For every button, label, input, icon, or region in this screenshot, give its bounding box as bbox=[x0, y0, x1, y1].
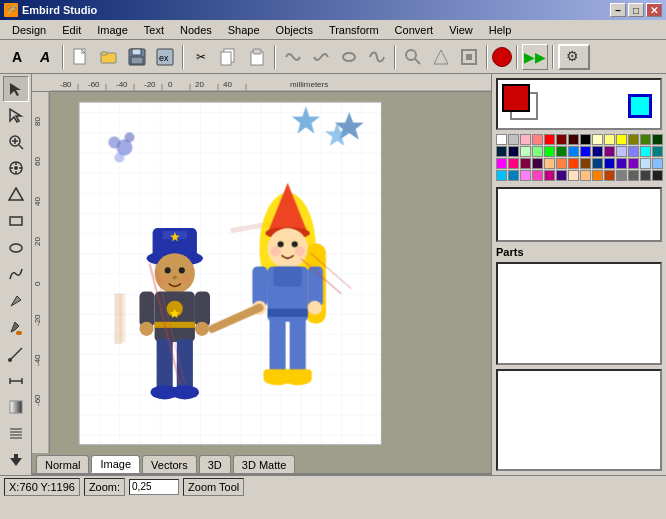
color-swatch[interactable] bbox=[604, 158, 615, 169]
circle-tool[interactable] bbox=[3, 235, 29, 261]
color-swatch[interactable] bbox=[628, 134, 639, 145]
color-swatch[interactable] bbox=[628, 146, 639, 157]
fg-color-swatch[interactable] bbox=[502, 84, 530, 112]
color-swatch[interactable] bbox=[544, 158, 555, 169]
menu-edit[interactable]: Edit bbox=[54, 20, 89, 40]
parts-list[interactable] bbox=[496, 262, 662, 365]
view-tool3[interactable] bbox=[456, 44, 482, 70]
menu-image[interactable]: Image bbox=[89, 20, 136, 40]
color-swatch[interactable] bbox=[568, 134, 579, 145]
color-swatch[interactable] bbox=[556, 158, 567, 169]
minimize-button[interactable]: – bbox=[610, 3, 626, 17]
current-color-box[interactable] bbox=[628, 94, 652, 118]
color-swatch[interactable] bbox=[592, 170, 603, 181]
color-swatch[interactable] bbox=[616, 158, 627, 169]
view-tool1[interactable] bbox=[400, 44, 426, 70]
color-swatch[interactable] bbox=[568, 170, 579, 181]
color-swatch[interactable] bbox=[568, 146, 579, 157]
color-swatch[interactable] bbox=[532, 158, 543, 169]
copy-btn[interactable] bbox=[216, 44, 242, 70]
color-swatch[interactable] bbox=[640, 170, 651, 181]
new-btn[interactable] bbox=[68, 44, 94, 70]
color-swatch[interactable] bbox=[520, 146, 531, 157]
color-swatch[interactable] bbox=[496, 134, 507, 145]
select-tool[interactable] bbox=[3, 76, 29, 102]
gradient-tool[interactable] bbox=[3, 394, 29, 420]
color-swatch[interactable] bbox=[580, 170, 591, 181]
color-swatch[interactable] bbox=[604, 170, 615, 181]
color-swatch[interactable] bbox=[580, 146, 591, 157]
color-swatch[interactable] bbox=[652, 146, 663, 157]
scroll-tool[interactable] bbox=[3, 156, 29, 182]
color-swatch[interactable] bbox=[496, 170, 507, 181]
color-swatch[interactable] bbox=[532, 146, 543, 157]
color-swatch[interactable] bbox=[496, 158, 507, 169]
color-swatch[interactable] bbox=[592, 146, 603, 157]
rect-tool[interactable] bbox=[3, 209, 29, 235]
action-btn[interactable]: ⚙ bbox=[558, 44, 590, 70]
color-swatch[interactable] bbox=[628, 158, 639, 169]
color-swatch[interactable] bbox=[616, 146, 627, 157]
menu-transform[interactable]: Transform bbox=[321, 20, 387, 40]
menu-nodes[interactable]: Nodes bbox=[172, 20, 220, 40]
close-button[interactable]: ✕ bbox=[646, 3, 662, 17]
node-tool[interactable] bbox=[3, 103, 29, 129]
color-swatch[interactable] bbox=[532, 170, 543, 181]
color-swatch[interactable] bbox=[640, 134, 651, 145]
stitch-tool2[interactable] bbox=[308, 44, 334, 70]
pen-tool[interactable] bbox=[3, 288, 29, 314]
zoom-tool[interactable] bbox=[3, 129, 29, 155]
line-tool[interactable] bbox=[3, 341, 29, 367]
color-swatch[interactable] bbox=[652, 134, 663, 145]
color-swatch[interactable] bbox=[556, 134, 567, 145]
play-btn[interactable]: ▶▶ bbox=[522, 44, 548, 70]
color-swatch[interactable] bbox=[640, 146, 651, 157]
color-swatch[interactable] bbox=[508, 146, 519, 157]
color-swatch[interactable] bbox=[532, 134, 543, 145]
color-swatch[interactable] bbox=[616, 170, 627, 181]
color-swatch[interactable] bbox=[508, 170, 519, 181]
color-swatch[interactable] bbox=[556, 146, 567, 157]
zoom-input[interactable] bbox=[129, 479, 179, 495]
color-swatch[interactable] bbox=[580, 134, 591, 145]
maximize-button[interactable]: □ bbox=[628, 3, 644, 17]
cut-btn[interactable]: ✂ bbox=[188, 44, 214, 70]
text-outline-btn[interactable]: A bbox=[32, 44, 58, 70]
color-swatch[interactable] bbox=[544, 170, 555, 181]
tab-3d[interactable]: 3D bbox=[199, 455, 231, 473]
color-swatch[interactable] bbox=[652, 158, 663, 169]
canvas-inner[interactable] bbox=[50, 92, 491, 475]
stitch-dir-tool[interactable] bbox=[3, 421, 29, 447]
tab-normal[interactable]: Normal bbox=[36, 455, 89, 473]
open-btn[interactable] bbox=[96, 44, 122, 70]
export-btn[interactable]: ex bbox=[152, 44, 178, 70]
color-swatch[interactable] bbox=[520, 170, 531, 181]
color-swatch[interactable] bbox=[568, 158, 579, 169]
color-swatch[interactable] bbox=[556, 170, 567, 181]
color-swatch[interactable] bbox=[508, 158, 519, 169]
color-swatch[interactable] bbox=[544, 134, 555, 145]
color-swatch[interactable] bbox=[652, 170, 663, 181]
color-swatch[interactable] bbox=[604, 146, 615, 157]
save-btn[interactable] bbox=[124, 44, 150, 70]
menu-objects[interactable]: Objects bbox=[268, 20, 321, 40]
view-tool2[interactable] bbox=[428, 44, 454, 70]
color-swatch[interactable] bbox=[592, 158, 603, 169]
menu-help[interactable]: Help bbox=[481, 20, 520, 40]
color-swatch[interactable] bbox=[616, 134, 627, 145]
shape-tool[interactable] bbox=[3, 182, 29, 208]
color-swatch[interactable] bbox=[604, 134, 615, 145]
menu-text[interactable]: Text bbox=[136, 20, 172, 40]
stitch-tool1[interactable] bbox=[280, 44, 306, 70]
menu-convert[interactable]: Convert bbox=[387, 20, 442, 40]
color-swatch[interactable] bbox=[508, 134, 519, 145]
tab-vectors[interactable]: Vectors bbox=[142, 455, 197, 473]
measure-tool[interactable] bbox=[3, 368, 29, 394]
color-swatch[interactable] bbox=[520, 134, 531, 145]
color-swatch[interactable] bbox=[592, 134, 603, 145]
text-tool-btn[interactable]: A bbox=[4, 44, 30, 70]
paste-btn[interactable] bbox=[244, 44, 270, 70]
menu-design[interactable]: Design bbox=[4, 20, 54, 40]
color-dot[interactable] bbox=[492, 47, 512, 67]
menu-shape[interactable]: Shape bbox=[220, 20, 268, 40]
